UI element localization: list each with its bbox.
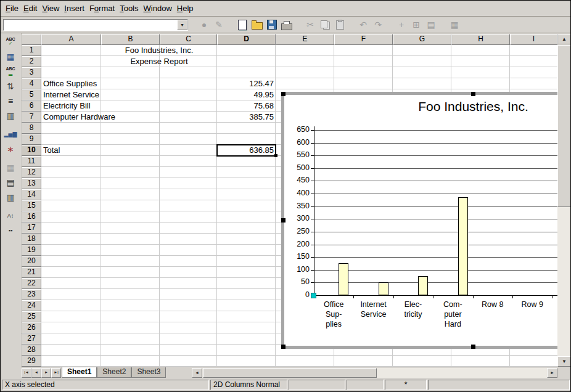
gallery-icon[interactable]: ▦ bbox=[447, 17, 462, 32]
data-in-columns-icon[interactable]: ▥ bbox=[2, 190, 18, 204]
menu-tools[interactable]: Tools bbox=[117, 2, 141, 14]
column-header-e[interactable]: E bbox=[276, 34, 334, 45]
column-header-a[interactable]: A bbox=[41, 34, 101, 45]
row-header-28[interactable]: 28 bbox=[22, 345, 41, 356]
open-icon[interactable] bbox=[250, 17, 265, 32]
horizontal-grid-onoff-icon[interactable]: ≡ bbox=[2, 94, 18, 108]
row-header-24[interactable]: 24 bbox=[22, 300, 41, 311]
chart-data-icon[interactable]: ▦ bbox=[2, 160, 18, 174]
active-cell-border[interactable] bbox=[216, 144, 276, 157]
sheet-tab-sheet1[interactable]: Sheet1 bbox=[62, 367, 97, 378]
row-header-19[interactable]: 19 bbox=[22, 245, 41, 256]
row-header-27[interactable]: 27 bbox=[22, 333, 41, 345]
insert-icon[interactable]: + bbox=[394, 17, 409, 32]
stylist-icon[interactable]: ▤ bbox=[424, 17, 438, 32]
horizontal-scrollbar[interactable]: ◄ ► bbox=[192, 368, 557, 378]
save-icon[interactable] bbox=[265, 17, 279, 32]
menu-view[interactable]: View bbox=[39, 2, 62, 14]
row-header-16[interactable]: 16 bbox=[22, 211, 41, 223]
chart-bar-1[interactable] bbox=[339, 263, 348, 295]
cell-A4[interactable]: Office Supplies bbox=[41, 78, 101, 89]
active-cell-handle[interactable] bbox=[274, 154, 277, 157]
row-header-25[interactable]: 25 bbox=[22, 311, 41, 322]
axes-title-onoff-icon[interactable]: ABC▂ bbox=[2, 64, 18, 78]
url-combobox[interactable]: ▼ bbox=[3, 19, 188, 31]
chart-legend-onoff-icon[interactable]: ▦ bbox=[2, 49, 18, 63]
row-header-20[interactable]: 20 bbox=[22, 256, 41, 267]
column-header-g[interactable]: G bbox=[393, 34, 451, 45]
row-header-7[interactable]: 7 bbox=[22, 112, 41, 123]
chart-title[interactable]: Foo Industries, Inc. bbox=[284, 99, 557, 114]
chart-x-axis[interactable] bbox=[314, 295, 557, 296]
horizontal-scroll-thumb[interactable] bbox=[203, 368, 377, 378]
cell-B2[interactable]: Expense Report bbox=[101, 56, 217, 67]
row-header-10[interactable]: 10 bbox=[22, 145, 41, 156]
cell-D7[interactable]: 385.75 bbox=[217, 112, 276, 123]
menu-format[interactable]: Format bbox=[87, 2, 117, 14]
row-header-9[interactable]: 9 bbox=[22, 134, 41, 145]
sheet-tab-sheet2[interactable]: Sheet2 bbox=[97, 367, 131, 378]
scroll-up-icon[interactable]: ▲ bbox=[557, 34, 571, 44]
chart-title-onoff-icon[interactable]: ABC✓ bbox=[2, 35, 18, 49]
row-header-12[interactable]: 12 bbox=[22, 167, 41, 178]
undo-icon[interactable]: ↶ bbox=[356, 17, 371, 32]
menu-help[interactable]: Help bbox=[175, 2, 196, 14]
cell-D5[interactable]: 49.95 bbox=[217, 89, 276, 100]
chart-resize-handle[interactable] bbox=[281, 345, 286, 349]
rearrange-chart-icon[interactable]: ▪▪ bbox=[2, 223, 18, 237]
redo-icon[interactable]: ↷ bbox=[371, 17, 385, 32]
row-header-5[interactable]: 5 bbox=[22, 89, 41, 100]
menu-insert[interactable]: Insert bbox=[62, 2, 87, 14]
column-header-c[interactable]: C bbox=[160, 34, 217, 45]
menu-file[interactable]: File bbox=[3, 2, 21, 14]
cut-icon[interactable]: ✂ bbox=[303, 17, 318, 32]
chart-resize-handle[interactable] bbox=[471, 92, 475, 96]
row-header-13[interactable]: 13 bbox=[22, 178, 41, 189]
row-header-23[interactable]: 23 bbox=[22, 289, 41, 300]
column-header-d[interactable]: D bbox=[217, 34, 276, 45]
vertical-scroll-thumb[interactable] bbox=[557, 45, 571, 207]
edit-file-icon[interactable]: ✎ bbox=[212, 17, 226, 32]
vertical-grid-onoff-icon[interactable]: ▥ bbox=[2, 108, 18, 123]
chart-bar-2[interactable] bbox=[379, 282, 388, 295]
row-header-26[interactable]: 26 bbox=[22, 322, 41, 333]
scale-text-icon[interactable]: A↕ bbox=[2, 208, 18, 223]
sheet-nav-last-icon[interactable]: ►| bbox=[51, 368, 61, 378]
chart-object[interactable]: Foo Industries, Inc. 0501001502002503003… bbox=[281, 92, 557, 349]
chart-y-axis[interactable] bbox=[314, 126, 314, 296]
column-header-i[interactable]: I bbox=[510, 34, 557, 45]
row-header-21[interactable]: 21 bbox=[22, 267, 41, 278]
sheet-nav-previous-icon[interactable]: ◄ bbox=[31, 368, 41, 378]
sheet-tab-sheet3[interactable]: Sheet3 bbox=[131, 367, 166, 378]
row-header-14[interactable]: 14 bbox=[22, 189, 41, 200]
data-in-rows-icon[interactable]: ▤ bbox=[2, 175, 18, 189]
column-header-f[interactable]: F bbox=[334, 34, 393, 45]
row-header-4[interactable]: 4 bbox=[22, 78, 41, 89]
row-header-22[interactable]: 22 bbox=[22, 278, 41, 289]
x-axis-selection-handle[interactable] bbox=[311, 293, 316, 298]
chart-type-icon[interactable]: ▂▅▇ bbox=[2, 127, 18, 141]
chart-bar-3[interactable] bbox=[418, 276, 428, 295]
vertical-scrollbar[interactable]: ▲ ▼ bbox=[557, 34, 571, 367]
cell-B1[interactable]: Foo Industries, Inc. bbox=[101, 45, 217, 56]
row-header-15[interactable]: 15 bbox=[22, 200, 41, 211]
scroll-right-icon[interactable]: ► bbox=[547, 368, 557, 378]
chart-resize-handle[interactable] bbox=[281, 92, 286, 96]
cell-A6[interactable]: Electricity Bill bbox=[41, 100, 101, 112]
sheet-nav-first-icon[interactable]: |◄ bbox=[22, 368, 31, 378]
cell-A7[interactable]: Computer Hardware bbox=[41, 112, 101, 123]
combo-dropdown-icon[interactable]: ▼ bbox=[177, 20, 187, 30]
new-document-icon[interactable] bbox=[235, 17, 250, 32]
column-header-h[interactable]: H bbox=[451, 34, 510, 45]
chart-resize-handle[interactable] bbox=[281, 218, 286, 223]
row-header-17[interactable]: 17 bbox=[22, 223, 41, 234]
menu-edit[interactable]: Edit bbox=[21, 2, 39, 14]
row-header-8[interactable]: 8 bbox=[22, 123, 41, 134]
chart-bar-4[interactable] bbox=[458, 197, 468, 295]
sheet-nav-next-icon[interactable]: ► bbox=[41, 368, 51, 378]
scroll-down-icon[interactable]: ▼ bbox=[557, 356, 571, 367]
cell-A10[interactable]: Total bbox=[41, 145, 101, 156]
cell-A5[interactable]: Internet Service bbox=[41, 89, 101, 100]
autoformat-chart-icon[interactable]: ∗ bbox=[2, 142, 18, 156]
row-header-6[interactable]: 6 bbox=[22, 100, 41, 112]
